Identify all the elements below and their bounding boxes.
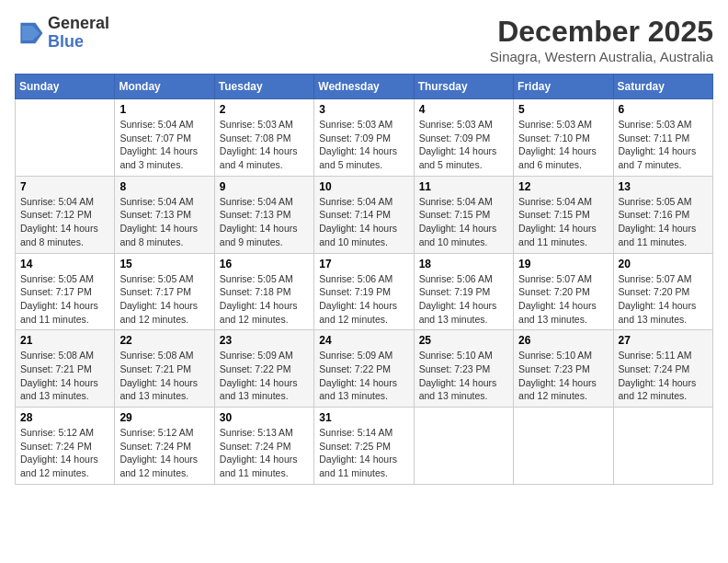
calendar-cell: 4Sunrise: 5:03 AMSunset: 7:09 PMDaylight…	[414, 99, 513, 177]
logo-icon	[15, 18, 44, 48]
calendar-cell: 13Sunrise: 5:05 AMSunset: 7:16 PMDayligh…	[613, 176, 712, 253]
calendar-cell: 11Sunrise: 5:04 AMSunset: 7:15 PMDayligh…	[414, 176, 513, 253]
calendar-cell: 5Sunrise: 5:03 AMSunset: 7:10 PMDaylight…	[514, 99, 613, 177]
day-number: 31	[319, 411, 408, 424]
day-number: 10	[319, 180, 408, 193]
weekday-header-monday: Monday	[115, 75, 214, 99]
logo-line2: Blue	[48, 33, 109, 52]
calendar-cell: 21Sunrise: 5:08 AMSunset: 7:21 PMDayligh…	[16, 330, 115, 408]
week-row-1: 1Sunrise: 5:04 AMSunset: 7:07 PMDaylight…	[16, 99, 713, 177]
calendar-cell	[16, 99, 115, 177]
day-info: Sunrise: 5:06 AMSunset: 7:19 PMDaylight:…	[319, 272, 408, 327]
day-number: 29	[119, 411, 209, 424]
day-number: 13	[619, 180, 708, 193]
month-title: December 2025	[490, 15, 713, 49]
day-number: 11	[419, 180, 508, 193]
week-row-2: 7Sunrise: 5:04 AMSunset: 7:12 PMDaylight…	[16, 176, 713, 253]
calendar-cell: 18Sunrise: 5:06 AMSunset: 7:19 PMDayligh…	[414, 253, 513, 330]
calendar-cell: 27Sunrise: 5:11 AMSunset: 7:24 PMDayligh…	[613, 330, 712, 408]
day-number: 2	[220, 103, 309, 116]
calendar-cell: 25Sunrise: 5:10 AMSunset: 7:23 PMDayligh…	[414, 330, 513, 408]
week-row-3: 14Sunrise: 5:05 AMSunset: 7:17 PMDayligh…	[16, 253, 713, 330]
weekday-header-sunday: Sunday	[16, 75, 115, 99]
day-number: 7	[20, 180, 109, 193]
day-info: Sunrise: 5:12 AMSunset: 7:24 PMDaylight:…	[20, 426, 109, 480]
day-info: Sunrise: 5:14 AMSunset: 7:25 PMDaylight:…	[319, 426, 408, 480]
calendar-cell: 6Sunrise: 5:03 AMSunset: 7:11 PMDaylight…	[613, 99, 712, 177]
day-number: 24	[319, 334, 408, 347]
day-number: 8	[119, 180, 209, 193]
week-row-4: 21Sunrise: 5:08 AMSunset: 7:21 PMDayligh…	[16, 330, 713, 408]
calendar-cell: 24Sunrise: 5:09 AMSunset: 7:22 PMDayligh…	[314, 330, 414, 408]
calendar-cell	[613, 408, 712, 485]
day-info: Sunrise: 5:03 AMSunset: 7:10 PMDaylight:…	[518, 118, 608, 172]
day-info: Sunrise: 5:04 AMSunset: 7:15 PMDaylight:…	[518, 195, 608, 249]
day-info: Sunrise: 5:03 AMSunset: 7:09 PMDaylight:…	[419, 118, 508, 172]
calendar-cell: 9Sunrise: 5:04 AMSunset: 7:13 PMDaylight…	[214, 176, 313, 253]
day-info: Sunrise: 5:04 AMSunset: 7:07 PMDaylight:…	[119, 118, 209, 172]
day-info: Sunrise: 5:07 AMSunset: 7:20 PMDaylight:…	[619, 272, 708, 327]
day-number: 5	[518, 103, 608, 116]
weekday-header-friday: Friday	[514, 75, 613, 99]
day-info: Sunrise: 5:05 AMSunset: 7:17 PMDaylight:…	[119, 272, 209, 327]
weekday-header-wednesday: Wednesday	[314, 75, 414, 99]
calendar-cell: 10Sunrise: 5:04 AMSunset: 7:14 PMDayligh…	[314, 176, 414, 253]
day-number: 26	[518, 334, 608, 347]
day-info: Sunrise: 5:12 AMSunset: 7:24 PMDaylight:…	[119, 426, 209, 480]
day-info: Sunrise: 5:13 AMSunset: 7:24 PMDaylight:…	[220, 426, 309, 480]
calendar-cell: 12Sunrise: 5:04 AMSunset: 7:15 PMDayligh…	[514, 176, 613, 253]
day-info: Sunrise: 5:05 AMSunset: 7:17 PMDaylight:…	[20, 272, 109, 327]
calendar-table: SundayMondayTuesdayWednesdayThursdayFrid…	[15, 74, 713, 485]
day-number: 22	[119, 334, 209, 347]
logo: General Blue	[15, 15, 109, 52]
day-info: Sunrise: 5:09 AMSunset: 7:22 PMDaylight:…	[220, 349, 309, 403]
day-number: 16	[220, 258, 309, 270]
day-number: 30	[220, 411, 309, 424]
day-info: Sunrise: 5:09 AMSunset: 7:22 PMDaylight:…	[319, 349, 408, 403]
calendar-cell: 17Sunrise: 5:06 AMSunset: 7:19 PMDayligh…	[314, 253, 414, 330]
day-number: 28	[20, 411, 109, 424]
day-number: 25	[419, 334, 508, 347]
calendar-cell: 7Sunrise: 5:04 AMSunset: 7:12 PMDaylight…	[16, 176, 115, 253]
calendar-cell: 20Sunrise: 5:07 AMSunset: 7:20 PMDayligh…	[613, 253, 712, 330]
day-number: 17	[319, 258, 408, 270]
calendar-cell: 31Sunrise: 5:14 AMSunset: 7:25 PMDayligh…	[314, 408, 414, 485]
day-info: Sunrise: 5:11 AMSunset: 7:24 PMDaylight:…	[619, 349, 708, 403]
page-header: General Blue December 2025 Sinagra, West…	[15, 15, 713, 64]
calendar-cell: 16Sunrise: 5:05 AMSunset: 7:18 PMDayligh…	[214, 253, 313, 330]
day-number: 1	[119, 103, 209, 116]
day-info: Sunrise: 5:04 AMSunset: 7:14 PMDaylight:…	[319, 195, 408, 249]
calendar-cell: 22Sunrise: 5:08 AMSunset: 7:21 PMDayligh…	[115, 330, 214, 408]
day-number: 18	[419, 258, 508, 270]
calendar-cell: 26Sunrise: 5:10 AMSunset: 7:23 PMDayligh…	[514, 330, 613, 408]
day-number: 19	[518, 258, 608, 270]
calendar-cell	[414, 408, 513, 485]
calendar-cell: 14Sunrise: 5:05 AMSunset: 7:17 PMDayligh…	[16, 253, 115, 330]
day-info: Sunrise: 5:05 AMSunset: 7:18 PMDaylight:…	[220, 272, 309, 327]
day-info: Sunrise: 5:03 AMSunset: 7:08 PMDaylight:…	[220, 118, 309, 172]
weekday-header-saturday: Saturday	[613, 75, 712, 99]
day-info: Sunrise: 5:04 AMSunset: 7:13 PMDaylight:…	[220, 195, 309, 249]
day-number: 15	[119, 258, 209, 270]
day-number: 9	[220, 180, 309, 193]
logo-text: General Blue	[48, 15, 109, 52]
calendar-cell: 8Sunrise: 5:04 AMSunset: 7:13 PMDaylight…	[115, 176, 214, 253]
location-subtitle: Sinagra, Western Australia, Australia	[490, 49, 713, 64]
day-info: Sunrise: 5:03 AMSunset: 7:11 PMDaylight:…	[619, 118, 708, 172]
day-info: Sunrise: 5:04 AMSunset: 7:13 PMDaylight:…	[119, 195, 209, 249]
calendar-cell: 23Sunrise: 5:09 AMSunset: 7:22 PMDayligh…	[214, 330, 313, 408]
day-info: Sunrise: 5:08 AMSunset: 7:21 PMDaylight:…	[119, 349, 209, 403]
day-number: 12	[518, 180, 608, 193]
week-row-5: 28Sunrise: 5:12 AMSunset: 7:24 PMDayligh…	[16, 408, 713, 485]
weekday-row: SundayMondayTuesdayWednesdayThursdayFrid…	[16, 75, 713, 99]
day-info: Sunrise: 5:05 AMSunset: 7:16 PMDaylight:…	[619, 195, 708, 249]
calendar-header: SundayMondayTuesdayWednesdayThursdayFrid…	[16, 75, 713, 99]
day-number: 21	[20, 334, 109, 347]
day-info: Sunrise: 5:07 AMSunset: 7:20 PMDaylight:…	[518, 272, 608, 327]
calendar-cell: 3Sunrise: 5:03 AMSunset: 7:09 PMDaylight…	[314, 99, 414, 177]
day-info: Sunrise: 5:10 AMSunset: 7:23 PMDaylight:…	[518, 349, 608, 403]
logo-line1: General	[48, 15, 109, 33]
day-number: 6	[619, 103, 708, 116]
day-number: 23	[220, 334, 309, 347]
calendar-cell: 1Sunrise: 5:04 AMSunset: 7:07 PMDaylight…	[115, 99, 214, 177]
